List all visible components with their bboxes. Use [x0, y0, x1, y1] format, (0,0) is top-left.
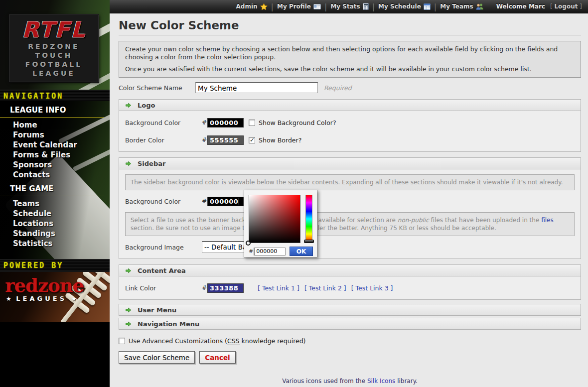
sidebar-item-home[interactable]: Home — [0, 120, 110, 130]
link-color-input[interactable]: 333388 — [207, 283, 244, 293]
logo-background-color-input[interactable]: 000000 — [207, 118, 244, 128]
sidebar-item-sponsors[interactable]: Sponsors — [0, 160, 110, 170]
cancel-button[interactable]: Cancel — [199, 351, 235, 364]
green-arrow-icon — [125, 102, 132, 109]
logo-border-color-input[interactable]: 555555 — [207, 135, 244, 145]
advanced-customizations-checkbox[interactable] — [119, 338, 125, 344]
files-link[interactable]: files — [541, 217, 554, 224]
picker-ok-button[interactable]: OK — [290, 247, 313, 256]
nav-section-the-game: THE GAME — [0, 180, 104, 196]
section-header-user-menu[interactable]: User Menu — [119, 304, 581, 316]
color-selection-marker[interactable] — [246, 241, 251, 246]
saturation-value-gradient[interactable] — [249, 195, 300, 243]
page-footer: Various icons used from the Silk Icons l… — [119, 376, 581, 387]
redzone-leagues-banner[interactable]: redzone ★ LEAGUES ★ — [0, 272, 110, 322]
text-caret — [239, 198, 239, 205]
intro-paragraph-1: Create your own color scheme by choosing… — [125, 45, 575, 61]
hex-prefix: # — [249, 248, 253, 255]
sidebar-note-2: Select a file to use as the banner backg… — [125, 212, 575, 236]
color-scheme-name-input[interactable] — [195, 82, 318, 93]
sidebar-item-statistics[interactable]: Statistics — [0, 239, 110, 249]
green-arrow-icon — [125, 267, 132, 274]
rtfl-acronym: RTFL — [9, 18, 98, 42]
rtfl-wordmark: REDZONE TOUCH FOOTBALL LEAGUE — [9, 42, 98, 78]
redzone-logo-text: redzone — [5, 276, 110, 295]
link-color-row: Link Color # 333388 [ Test Link 1 ] [ Te… — [125, 281, 575, 294]
logo-border-color-row: Border Color # 555555 Show Border? — [125, 133, 575, 146]
separator: | — [372, 2, 375, 11]
vcard-icon — [313, 3, 321, 10]
sidebar-item-schedule[interactable]: Schedule — [0, 209, 110, 219]
sidebar-item-standings[interactable]: Standings — [0, 229, 110, 239]
sidebar-filler — [0, 322, 110, 387]
sidebar-item-locations[interactable]: Locations — [0, 219, 110, 229]
section-body-sidebar: The sidebar background color is viewable… — [119, 169, 581, 259]
sidebar-background-color-input[interactable]: 000000 — [207, 197, 244, 206]
hue-slider-handle[interactable] — [304, 240, 314, 243]
section-header-content-area[interactable]: Content Area — [119, 264, 581, 276]
menu-item-my-teams[interactable]: My Teams — [440, 3, 483, 10]
sidebar-background-color-row: Background Color # 000000 — [125, 195, 575, 208]
sidebar-navigation: LEAGUE INFO Home Forums Event Calendar F… — [0, 101, 110, 259]
show-background-color-checkbox[interactable] — [249, 120, 255, 126]
rtfl-logo[interactable]: RTFL REDZONE TOUCH FOOTBALL LEAGUE — [9, 14, 99, 82]
top-user-bar: Admin | My Profile | My Stats | My Sched… — [110, 0, 588, 13]
intro-paragraph-2: Once you are satisfied with the current … — [125, 65, 575, 73]
test-links: [ Test Link 1 ] [ Test Link 2 ] [ Test L… — [258, 284, 396, 292]
required-hint: Required — [324, 84, 352, 92]
star-icon — [260, 3, 268, 10]
sidebar-background-image-row: Background Image -- Default Ba — [125, 241, 575, 254]
league-logo-banner: RTFL REDZONE TOUCH FOOTBALL LEAGUE — [0, 0, 110, 90]
green-arrow-icon — [125, 307, 132, 313]
sidebar-item-contacts[interactable]: Contacts — [0, 170, 110, 180]
form-buttons: Save Color Scheme Cancel — [119, 351, 581, 364]
welcome-text: Welcome Marc — [496, 3, 545, 10]
footer-line-1: Various icons used from the Silk Icons l… — [119, 376, 581, 386]
logout-wrap: [ Logout ] — [550, 3, 582, 10]
separator: | — [324, 2, 327, 11]
section-header-navigation-menu[interactable]: Navigation Menu — [119, 318, 581, 330]
menu-item-admin[interactable]: Admin — [236, 3, 268, 10]
powered-by-led-header: POWERED BY — [0, 259, 110, 272]
sidebar-note-1: The sidebar background color is viewable… — [125, 174, 575, 190]
separator: | — [271, 2, 274, 11]
star-icon: ★ — [6, 295, 11, 302]
green-arrow-icon — [125, 321, 132, 327]
color-picker-popup: # OK — [244, 190, 317, 258]
section-header-sidebar[interactable]: Sidebar — [119, 157, 581, 169]
navigation-led-header: NAVIGATION — [0, 90, 110, 101]
sidebar-item-teams[interactable]: Teams — [0, 199, 110, 209]
save-color-scheme-button[interactable]: Save Color Scheme — [119, 351, 195, 364]
menu-item-my-stats[interactable]: My Stats — [330, 3, 368, 10]
calendar-icon — [424, 3, 431, 10]
nav-section-league-info: LEAGUE INFO — [0, 101, 104, 118]
silk-icons-link[interactable]: Silk Icons — [367, 378, 395, 385]
section-header-logo[interactable]: Logo — [119, 99, 581, 111]
title-divider — [119, 35, 581, 35]
calculator-icon — [363, 3, 369, 10]
star-icon: ★ — [72, 295, 77, 302]
separator: | — [434, 2, 437, 11]
menu-item-my-schedule[interactable]: My Schedule — [378, 3, 431, 10]
advanced-customizations-row: Use Advanced Customizations (CSS knowled… — [119, 337, 581, 345]
section-body-logo: Background Color # 000000 Show Backgroun… — [119, 111, 581, 152]
test-link-2[interactable]: [ Test Link 2 ] — [304, 284, 346, 292]
user-group-icon — [476, 3, 483, 10]
picker-hex-input[interactable] — [254, 248, 286, 256]
color-scheme-name-row: Color Scheme Name Required — [119, 82, 581, 94]
sidebar-item-forums[interactable]: Forums — [0, 130, 110, 140]
test-link-3[interactable]: [ Test Link 3 ] — [351, 284, 393, 292]
logo-background-color-row: Background Color # 000000 Show Backgroun… — [125, 116, 575, 129]
test-link-1[interactable]: [ Test Link 1 ] — [258, 284, 299, 292]
menu-item-my-profile[interactable]: My Profile — [277, 3, 321, 10]
page-title: New Color Scheme — [119, 19, 581, 32]
sidebar-item-event-calendar[interactable]: Event Calendar — [0, 140, 110, 150]
sidebar-item-forms-files[interactable]: Forms & Files — [0, 150, 110, 160]
section-body-content-area: Link Color # 333388 [ Test Link 1 ] [ Te… — [119, 276, 581, 300]
show-border-checkbox[interactable] — [249, 137, 255, 143]
green-arrow-icon — [125, 160, 132, 167]
intro-info-box: Create your own color scheme by choosing… — [119, 41, 581, 78]
hue-slider-bar[interactable] — [305, 195, 312, 243]
logout-link[interactable]: Logout — [554, 3, 578, 10]
picker-bottom-row: # OK — [249, 247, 313, 256]
